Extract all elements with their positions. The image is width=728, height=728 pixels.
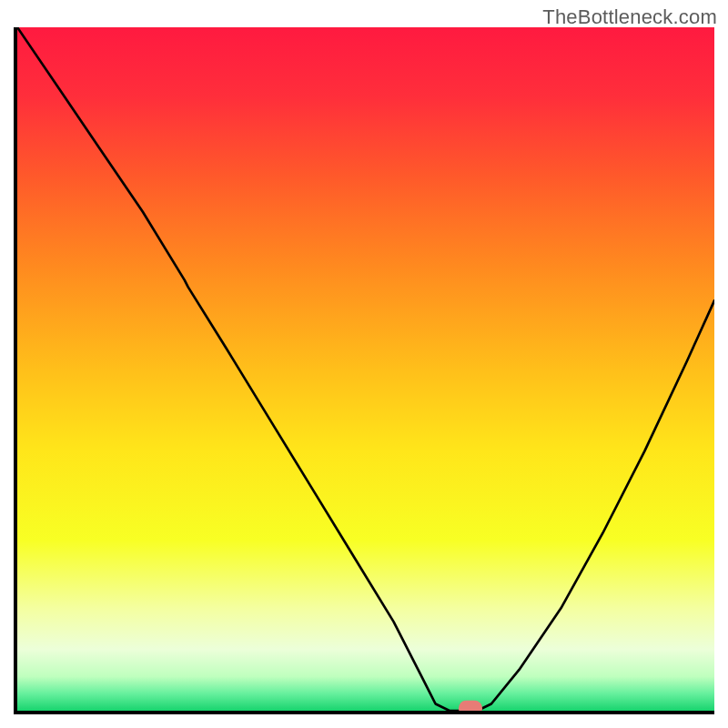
watermark: TheBottleneck.com	[542, 5, 717, 29]
optimum-marker	[459, 701, 482, 714]
chart-container: TheBottleneck.com	[0, 0, 728, 728]
bottleneck-curve	[17, 27, 714, 711]
plot-area	[14, 27, 714, 714]
